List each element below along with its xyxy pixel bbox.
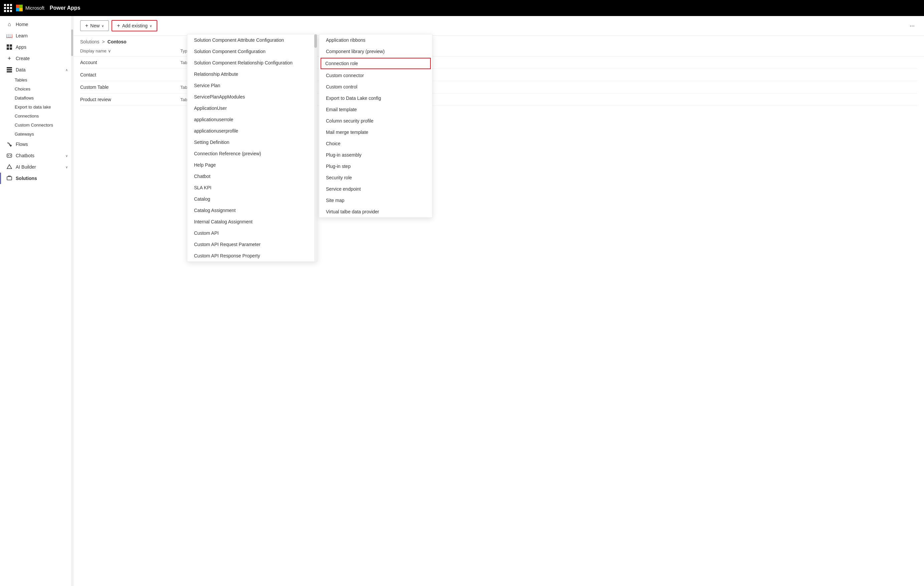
menu-item-virtual-table-data-provider[interactable]: Virtual talbe data provider xyxy=(319,206,432,217)
sidebar-item-apps-label: Apps xyxy=(16,45,68,50)
svg-rect-6 xyxy=(7,71,12,73)
menu-item-site-map[interactable]: Site map xyxy=(319,195,432,206)
menu-item-application-user-profile[interactable]: applicationuserprofile xyxy=(187,125,317,137)
sidebar-item-flows-label: Flows xyxy=(16,142,68,147)
row-name-account: Account xyxy=(80,60,180,65)
more-options-button[interactable]: ··· xyxy=(907,21,917,31)
menu-item-sla-kpi[interactable]: SLA KPI xyxy=(187,182,317,193)
menu-item-custom-control[interactable]: Custom control xyxy=(319,81,432,92)
menu-item-service-plan[interactable]: Service Plan xyxy=(187,80,317,91)
menu-item-custom-connector[interactable]: Custom connector xyxy=(319,70,432,81)
menu-item-help-page[interactable]: Help Page xyxy=(187,159,317,171)
breadcrumb-solutions-link[interactable]: Solutions xyxy=(80,39,99,45)
menu-item-catalog[interactable]: Catalog xyxy=(187,193,317,205)
sidebar-item-home[interactable]: ⌂ Home xyxy=(0,19,73,30)
menu-item-sol-comp-rel-config[interactable]: Solution Component Relationship Configur… xyxy=(187,57,317,68)
dropdown-menu-2[interactable]: Application ribbons Component library (p… xyxy=(319,34,432,218)
svg-rect-5 xyxy=(7,69,12,71)
menu-item-component-library[interactable]: Component library (preview) xyxy=(319,46,432,57)
menu-item-email-template[interactable]: Email template xyxy=(319,104,432,115)
dropdown-menu-1[interactable]: Solution Component Attribute Configurati… xyxy=(187,34,317,262)
menu-item-connection-role[interactable]: Connection role xyxy=(320,58,431,69)
new-button[interactable]: + New ∨ xyxy=(80,20,109,31)
chatbots-icon xyxy=(7,153,12,158)
learn-icon: 📖 xyxy=(7,33,12,39)
sidebar-item-solutions[interactable]: Solutions xyxy=(0,173,73,184)
menu-item-service-endpoint[interactable]: Service endpoint xyxy=(319,183,432,195)
menu-item-choice[interactable]: Choice xyxy=(319,138,432,149)
sidebar-item-flows[interactable]: Flows xyxy=(0,139,73,150)
dropdown1-scroll-track xyxy=(314,35,317,261)
sidebar-item-ai-builder[interactable]: AI Builder ∨ xyxy=(0,161,73,173)
sidebar-item-learn-label: Learn xyxy=(16,33,68,38)
data-chevron-icon: ∧ xyxy=(66,68,68,72)
flows-icon xyxy=(7,141,12,147)
menu-item-connection-reference[interactable]: Connection Reference (preview) xyxy=(187,148,317,159)
toolbar: + New ∨ + Add existing ∨ ··· xyxy=(73,16,924,36)
menu-item-application-user[interactable]: ApplicationUser xyxy=(187,102,317,114)
menu-item-mail-merge-template[interactable]: Mail merge template xyxy=(319,127,432,138)
data-icon xyxy=(7,67,12,73)
menu-item-export-data-lake-config[interactable]: Export to Data Lake config xyxy=(319,92,432,104)
row-name-product-review: Product review xyxy=(80,97,180,102)
menu-item-sol-comp-config[interactable]: Solution Component Configuration xyxy=(187,46,317,57)
new-chevron-icon: ∨ xyxy=(102,24,104,28)
sidebar-item-home-label: Home xyxy=(16,22,68,27)
svg-rect-0 xyxy=(7,45,9,47)
ai-builder-chevron-icon: ∨ xyxy=(66,165,68,169)
menu-item-column-security-profile[interactable]: Column security profile xyxy=(319,115,432,127)
menu-item-custom-api[interactable]: Custom API xyxy=(187,228,317,239)
svg-point-9 xyxy=(10,155,11,156)
sidebar-item-dataflows[interactable]: Dataflows xyxy=(15,94,73,102)
add-existing-label: Add existing xyxy=(122,23,148,28)
menu-item-application-user-role[interactable]: applicationuserrole xyxy=(187,114,317,125)
sidebar-item-create[interactable]: + Create xyxy=(0,53,73,64)
menu-item-plugin-step[interactable]: Plug-in step xyxy=(319,161,432,172)
solutions-icon xyxy=(7,175,12,181)
sidebar-item-connections[interactable]: Connections xyxy=(15,112,73,121)
sidebar-item-choices[interactable]: Choices xyxy=(15,84,73,94)
sidebar-item-export-data-lake[interactable]: Export to data lake xyxy=(15,102,73,112)
sidebar-scroll-track xyxy=(71,16,73,586)
new-button-label: New xyxy=(90,23,99,28)
sidebar-item-chatbots-label: Chatbots xyxy=(16,153,62,158)
menu-item-custom-api-response-prop[interactable]: Custom API Response Property xyxy=(187,250,317,261)
topbar: Microsoft Power Apps xyxy=(0,0,924,16)
waffle-menu[interactable] xyxy=(4,4,12,12)
svg-rect-11 xyxy=(7,177,12,180)
row-name-custom-table: Custom Table xyxy=(80,84,180,90)
svg-rect-2 xyxy=(7,48,9,50)
menu-item-app-ribbons[interactable]: Application ribbons xyxy=(319,35,432,46)
menu-item-catalog-assignment[interactable]: Catalog Assignment xyxy=(187,205,317,216)
sidebar-item-apps[interactable]: Apps xyxy=(0,41,73,53)
sidebar-item-gateways[interactable]: Gateways xyxy=(15,130,73,139)
menu-item-plugin-assembly[interactable]: Plug-in assembly xyxy=(319,149,432,161)
sidebar-item-tables[interactable]: Tables xyxy=(15,76,73,84)
sidebar-item-create-label: Create xyxy=(16,56,68,61)
svg-rect-4 xyxy=(7,67,12,68)
create-icon: + xyxy=(7,55,12,61)
add-existing-button[interactable]: + Add existing ∨ xyxy=(112,20,157,31)
sidebar-item-ai-builder-label: AI Builder xyxy=(16,164,62,170)
menu-item-rel-attr[interactable]: Relationship Attribute xyxy=(187,68,317,80)
menu-item-security-role[interactable]: Security role xyxy=(319,172,432,183)
sidebar-item-chatbots[interactable]: Chatbots ∨ xyxy=(0,150,73,161)
sidebar-item-data-label: Data xyxy=(16,67,62,73)
add-existing-chevron-icon: ∨ xyxy=(150,24,152,28)
svg-marker-10 xyxy=(7,165,12,168)
sidebar-item-custom-connectors[interactable]: Custom Connectors xyxy=(15,121,73,130)
sidebar-item-learn[interactable]: 📖 Learn xyxy=(0,30,73,41)
menu-item-chatbot[interactable]: Chatbot xyxy=(187,171,317,182)
menu-item-internal-catalog-assignment[interactable]: Internal Catalog Assignment xyxy=(187,216,317,228)
sidebar-item-data[interactable]: Data ∧ xyxy=(0,64,73,76)
svg-rect-3 xyxy=(10,48,12,50)
svg-point-8 xyxy=(8,155,9,156)
microsoft-logo: Microsoft xyxy=(16,5,45,12)
svg-rect-1 xyxy=(10,45,12,47)
col-display-name-header[interactable]: Display name ∨ xyxy=(80,48,180,53)
menu-item-sol-comp-attr-config[interactable]: Solution Component Attribute Configurati… xyxy=(187,35,317,46)
menu-item-custom-api-request-param[interactable]: Custom API Request Parameter xyxy=(187,239,317,250)
menu-item-setting-definition[interactable]: Setting Definition xyxy=(187,137,317,148)
breadcrumb-current: Contoso xyxy=(107,39,127,45)
menu-item-service-plan-app-modules[interactable]: ServicePlanAppModules xyxy=(187,91,317,102)
